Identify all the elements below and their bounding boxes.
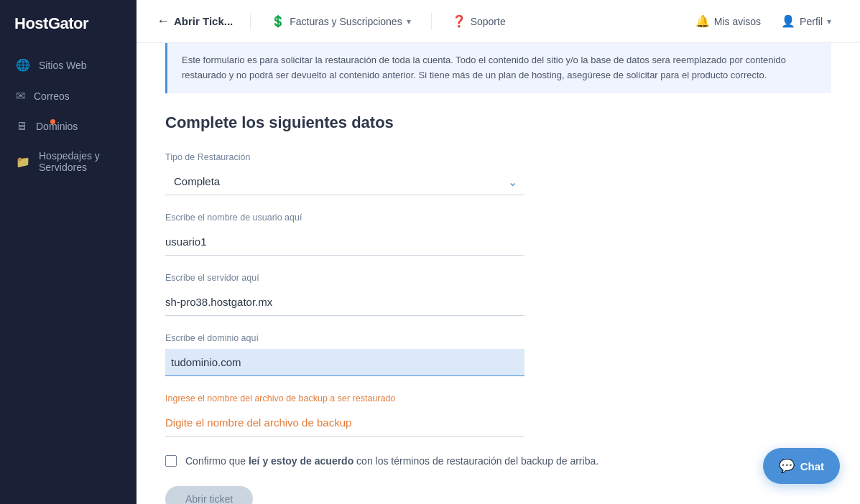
nav-item-avisos[interactable]: 🔔 Mis avisos xyxy=(687,10,769,32)
mail-icon: ✉ xyxy=(16,89,25,103)
nav-item-label: Facturas y Suscripciones xyxy=(290,16,402,27)
nav-separator xyxy=(431,13,432,30)
terms-checkbox-row: Confirmo que leí y estoy de acuerdo con … xyxy=(165,454,831,469)
field-nombre-usuario: Escribe el nombre de usuario aquí xyxy=(165,213,831,256)
field-label: Escribe el nombre de usuario aquí xyxy=(165,213,831,223)
topnav-right: 🔔 Mis avisos 👤 Perfil ▾ xyxy=(687,10,840,32)
sidebar-item-label: Sitios Web xyxy=(39,60,87,71)
nav-item-label: Mis avisos xyxy=(714,16,761,27)
chevron-down-icon: ▾ xyxy=(407,17,411,27)
select-wrapper: Completa Parcial ⌄ xyxy=(165,168,524,195)
form-title: Complete los siguientes datos xyxy=(165,113,831,132)
logo: HostGator xyxy=(0,0,137,50)
sidebar-item-correos[interactable]: ✉ Correos xyxy=(6,81,131,111)
sidebar-item-label: Dominios xyxy=(36,121,78,132)
sidebar-item-dominios[interactable]: 🖥 Dominios xyxy=(6,112,131,141)
terms-label: Confirmo que leí y estoy de acuerdo con … xyxy=(185,454,598,469)
field-label: Escribe el dominio aquí xyxy=(165,333,831,343)
sidebar-item-label: Correos xyxy=(34,90,70,102)
main-content: ← Abrir Tick... 💲 Facturas y Suscripcion… xyxy=(137,0,860,504)
field-dominio: Escribe el dominio aquí xyxy=(165,333,831,376)
topnav: ← Abrir Tick... 💲 Facturas y Suscripcion… xyxy=(137,0,860,43)
tipo-restauracion-select[interactable]: Completa Parcial xyxy=(165,168,524,195)
nav-item-label: Perfil xyxy=(800,16,823,27)
chat-button[interactable]: 💬 Chat xyxy=(763,448,840,484)
field-servidor: Escribe el servidor aquí xyxy=(165,273,831,316)
back-button[interactable]: ← Abrir Tick... xyxy=(157,14,233,29)
field-tipo-restauracion: Tipo de Restauración Completa Parcial ⌄ xyxy=(165,152,831,195)
sidebar-item-sitios-web[interactable]: 🌐 Sitios Web xyxy=(6,50,131,80)
chat-icon: 💬 xyxy=(779,458,795,474)
nav-item-soporte[interactable]: ❓ Soporte xyxy=(443,10,514,32)
nav-item-label: Soporte xyxy=(471,16,506,27)
field-label: Ingrese el nombre del archivo de backup … xyxy=(165,393,831,403)
username-input[interactable] xyxy=(165,228,524,256)
backup-input[interactable] xyxy=(165,409,524,437)
sidebar-nav: 🌐 Sitios Web ✉ Correos 🖥 Dominios 📁 Hosp… xyxy=(0,50,137,181)
chevron-down-icon: ▾ xyxy=(827,17,831,27)
back-arrow-icon: ← xyxy=(157,14,170,29)
globe-icon: 🌐 xyxy=(16,58,30,72)
chat-label: Chat xyxy=(800,460,824,472)
field-label: Tipo de Restauración xyxy=(165,152,831,162)
dollar-icon: 💲 xyxy=(271,14,285,28)
back-label: Abrir Tick... xyxy=(174,15,233,27)
nav-separator xyxy=(250,13,251,30)
info-banner: Este formulario es para solicitar la res… xyxy=(165,43,831,93)
field-label: Escribe el servidor aquí xyxy=(165,273,831,283)
terms-bold: leí y estoy de acuerdo xyxy=(249,455,353,467)
server-input[interactable] xyxy=(165,289,524,316)
field-backup: Ingrese el nombre del archivo de backup … xyxy=(165,393,831,437)
question-icon: ❓ xyxy=(452,14,466,28)
content-area: Este formulario es para solicitar la res… xyxy=(137,43,860,504)
user-icon: 👤 xyxy=(781,14,795,28)
monitor-icon: 🖥 xyxy=(16,120,27,133)
domain-input[interactable] xyxy=(165,349,524,376)
terms-checkbox[interactable] xyxy=(165,455,177,467)
folder-icon: 📁 xyxy=(16,155,30,169)
sidebar-item-label: Hospedajes y Servidores xyxy=(39,150,121,173)
bell-icon: 🔔 xyxy=(695,14,710,28)
sidebar-item-hospedajes[interactable]: 📁 Hospedajes y Servidores xyxy=(6,142,131,181)
info-text: Este formulario es para solicitar la res… xyxy=(182,55,786,80)
nav-item-facturas[interactable]: 💲 Facturas y Suscripciones ▾ xyxy=(262,10,419,32)
sidebar: HostGator 🌐 Sitios Web ✉ Correos 🖥 Domin… xyxy=(0,0,137,504)
submit-button[interactable]: Abrir ticket xyxy=(165,486,253,504)
nav-item-perfil[interactable]: 👤 Perfil ▾ xyxy=(772,10,840,32)
